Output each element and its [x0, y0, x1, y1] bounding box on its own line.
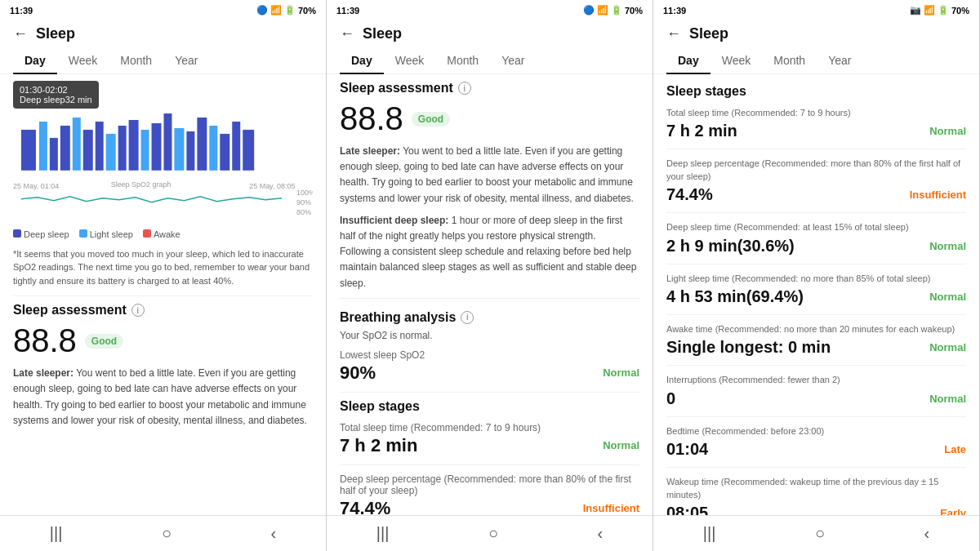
stage-value-bedtime: 01:04: [666, 440, 708, 459]
sleep-chart: Sleep SpO2 graph 25 May, 01:04 25 May, 0…: [13, 113, 313, 220]
nav-menu-2[interactable]: |||: [376, 524, 390, 543]
svg-rect-19: [243, 130, 254, 171]
total-value-2: 7 h 2 min: [340, 435, 417, 456]
tab-week-3[interactable]: Week: [710, 47, 763, 73]
panel-2: 11:39 🔵 📶 🔋 70% ← Sleep Day Week Month Y…: [327, 0, 653, 551]
spo2-note: *It seems that you moved too much in you…: [13, 247, 313, 288]
svg-text:80%: 80%: [296, 208, 311, 216]
stage-value-light: 4 h 53 min(69.4%): [666, 287, 804, 306]
stage-item-wakeup: Wakeup time (Recommended: wakeup time of…: [666, 476, 966, 515]
nav-menu-3[interactable]: |||: [703, 524, 716, 543]
info-icon-2[interactable]: i: [458, 82, 471, 95]
stage-item-deep-time: Deep sleep time (Recommended: at least 1…: [666, 221, 966, 255]
stage-label-awake: Awake time (Recommended: no more than 20…: [666, 323, 966, 335]
nav-back-2[interactable]: ‹: [598, 524, 604, 543]
nav-back-3[interactable]: ‹: [924, 524, 930, 543]
body-bold-2a: Late sleeper:: [340, 145, 400, 157]
assessment-body-2a: Late sleeper: You went to bed a little l…: [340, 144, 639, 207]
nav-home-1[interactable]: ○: [162, 524, 172, 543]
svg-rect-0: [21, 130, 36, 171]
nav-home-3[interactable]: ○: [815, 524, 825, 543]
header-1: ← Sleep: [0, 19, 326, 47]
stage-status-deep-time: Normal: [929, 240, 966, 252]
svg-rect-9: [129, 120, 139, 171]
status-time-3: 11:39: [663, 6, 686, 16]
stage-value-awake: Single longest: 0 min: [666, 338, 831, 357]
tab-week-1[interactable]: Week: [57, 47, 109, 73]
assessment-title-1: Sleep assessment i: [13, 303, 313, 318]
nav-menu-1[interactable]: |||: [50, 524, 63, 543]
svg-rect-14: [186, 131, 194, 171]
tab-day-3[interactable]: Day: [666, 47, 710, 73]
breathing-sub: Your SpO2 is normal.: [340, 330, 639, 341]
stage-item-awake: Awake time (Recommended: no more than 20…: [666, 323, 966, 357]
lowest-spo2: Lowest sleep SpO2 90% Normal: [340, 349, 639, 384]
lowest-value: 90%: [340, 362, 376, 384]
stage-item-deep-pct: Deep sleep percentage (Recommended: more…: [666, 158, 966, 204]
tab-year-2[interactable]: Year: [490, 47, 536, 73]
nav-back-1[interactable]: ‹: [271, 524, 277, 543]
stage-label-deep-time: Deep sleep time (Recommended: at least 1…: [666, 221, 966, 233]
svg-rect-3: [60, 126, 70, 171]
svg-rect-8: [118, 126, 127, 171]
stage-label-bedtime: Bedtime (Recommended: before 23:00): [666, 425, 966, 438]
stage-status-light: Normal: [929, 291, 966, 303]
tab-year-3[interactable]: Year: [817, 47, 862, 73]
stage-label-deep-pct: Deep sleep percentage (Recommended: more…: [666, 158, 966, 183]
stage-div-4: [666, 365, 966, 366]
tabs-1: Day Week Month Year: [0, 47, 326, 74]
deep-pct-2: Deep sleep percentage (Recommended: more…: [340, 473, 639, 515]
body-bold-2b: Insufficient deep sleep:: [340, 215, 448, 226]
stage-value-deep-time: 2 h 9 min(30.6%): [666, 237, 795, 256]
deep-pct-status-2: Insufficient: [583, 502, 639, 514]
svg-rect-13: [174, 128, 184, 171]
bottom-nav-2: ||| ○ ‹: [327, 515, 653, 551]
back-button-1[interactable]: ←: [13, 25, 28, 42]
tab-day-1[interactable]: Day: [13, 47, 57, 73]
status-icons-3: 📷 📶 🔋 70%: [910, 5, 969, 16]
info-icon-1[interactable]: i: [131, 304, 145, 317]
header-2: ← Sleep: [327, 19, 653, 47]
svg-rect-17: [220, 134, 229, 171]
tab-month-3[interactable]: Month: [762, 47, 817, 73]
tab-year-1[interactable]: Year: [163, 47, 209, 73]
stage-label-wakeup: Wakeup time (Recommended: wakeup time of…: [666, 476, 966, 501]
panel3-content: Sleep stages Total sleep time (Recommend…: [653, 81, 979, 515]
status-time-2: 11:39: [336, 6, 359, 16]
lowest-status: Normal: [603, 367, 639, 379]
info-icon-breathing[interactable]: i: [461, 311, 474, 324]
total-label-2: Total sleep time (Recommended: 7 to 9 ho…: [340, 422, 639, 433]
bottom-nav-3: ||| ○ ‹: [653, 515, 979, 551]
divider-2a: [340, 298, 639, 299]
tab-week-2[interactable]: Week: [384, 47, 436, 73]
panel-3: 11:39 📷 📶 🔋 70% ← Sleep Day Week Month Y…: [653, 0, 980, 551]
back-button-3[interactable]: ←: [666, 25, 681, 42]
stage-status-interruptions: Normal: [929, 393, 966, 405]
stages-title-3: Sleep stages: [666, 84, 966, 99]
status-bar-2: 11:39 🔵 📶 🔋 70%: [327, 0, 653, 19]
score-row-2: 88.8 Good: [340, 100, 639, 137]
stage-value-wakeup: 08:05: [666, 504, 708, 515]
tab-day-2[interactable]: Day: [340, 47, 384, 73]
bottom-nav-1: ||| ○ ‹: [0, 515, 326, 551]
svg-rect-18: [232, 122, 240, 171]
legend-deep: Deep sleep: [13, 229, 69, 239]
divider-2c: [340, 464, 639, 465]
stage-status-awake: Normal: [929, 341, 966, 353]
svg-rect-11: [152, 123, 162, 171]
svg-text:25 May, 01:04: 25 May, 01:04: [13, 182, 59, 190]
legend-light: Light sleep: [79, 229, 133, 239]
breathing-title: Breathing analysis i: [340, 310, 639, 325]
page-title-3: Sleep: [689, 25, 728, 42]
tab-month-1[interactable]: Month: [109, 47, 163, 73]
nav-home-2[interactable]: ○: [488, 524, 498, 543]
back-button-2[interactable]: ←: [340, 25, 354, 42]
tabs-2: Day Week Month Year: [327, 47, 653, 74]
total-sleep-2: Total sleep time (Recommended: 7 to 9 ho…: [340, 422, 639, 456]
stage-div-0: [666, 149, 966, 149]
stage-status-deep-pct: Insufficient: [910, 189, 966, 201]
body-bold-1: Late sleeper:: [13, 367, 74, 379]
panel2-content: Sleep assessment i 88.8 Good Late sleepe…: [327, 81, 653, 515]
page-title-1: Sleep: [36, 25, 75, 42]
tab-month-2[interactable]: Month: [435, 47, 490, 73]
